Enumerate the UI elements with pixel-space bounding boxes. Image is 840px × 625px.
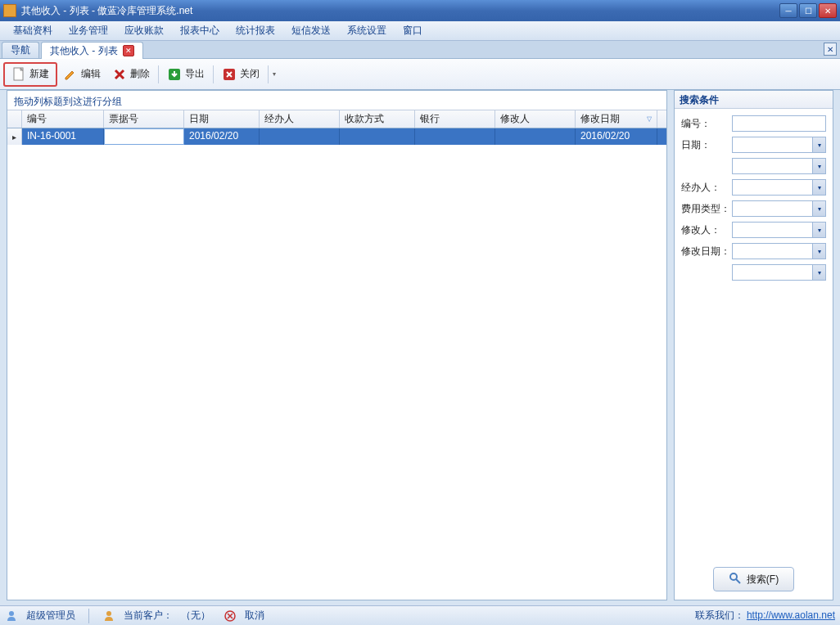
delete-button[interactable]: 删除 (106, 62, 156, 87)
col-header-date[interactable]: 日期 (184, 110, 260, 128)
new-button[interactable]: 新建 (3, 62, 57, 87)
table-row[interactable]: ▸ IN-16-0001 2016/02/20 2016/02/20 (7, 128, 666, 145)
search-panel-title: 搜索条件 (675, 91, 833, 109)
toolbar-separator (213, 65, 214, 83)
search-mod-date-label: 修改日期： (681, 245, 732, 259)
cell-number[interactable]: IN-16-0001 (22, 128, 104, 145)
svg-point-5 (9, 611, 14, 616)
dropdown-icon[interactable]: ▾ (812, 223, 825, 237)
cell-ticket-editing[interactable] (104, 128, 184, 145)
group-by-hint[interactable]: 拖动列标题到这进行分组 (7, 91, 666, 110)
export-button[interactable]: 导出 (161, 62, 210, 87)
tab-strip: 导航 其他收入 - 列表 ✕ ✕ (0, 41, 840, 59)
svg-point-3 (730, 573, 737, 580)
toolbar: 新建 编辑 删除 导出 关闭 ▾ (0, 59, 840, 90)
menu-bar: 基础资料 业务管理 应收账款 报表中心 统计报表 短信发送 系统设置 窗口 (0, 21, 840, 41)
person-icon (102, 609, 115, 623)
svg-point-6 (106, 611, 111, 616)
toolbar-overflow[interactable]: ▾ (271, 70, 278, 78)
grid-header: 编号 票据号 日期 经办人 收款方式 银行 修改人 修改日期▽ (7, 110, 666, 128)
menu-settings[interactable]: 系统设置 (339, 20, 395, 41)
col-header-ticket[interactable]: 票据号 (104, 110, 184, 128)
search-button-label: 搜索(F) (747, 573, 779, 587)
sort-desc-icon: ▽ (647, 115, 652, 123)
toolbar-separator (268, 65, 269, 83)
magnifier-icon (729, 572, 742, 587)
maximize-button[interactable]: ☐ (799, 3, 817, 18)
status-user: 超级管理员 (26, 609, 75, 623)
search-button[interactable]: 搜索(F) (713, 567, 794, 591)
close-window-button[interactable]: ✕ (819, 3, 837, 18)
col-header-paymethod[interactable]: 收款方式 (340, 110, 415, 128)
contact-link[interactable]: http://www.aolan.net (747, 609, 835, 621)
user-icon (5, 609, 18, 623)
search-number-input[interactable] (732, 115, 826, 132)
menu-basic-data[interactable]: 基础资料 (5, 20, 61, 41)
menu-receivables[interactable]: 应收账款 (116, 20, 172, 41)
export-icon (167, 67, 182, 82)
tab-label: 其他收入 - 列表 (50, 44, 118, 58)
status-client-value: （无） (181, 609, 210, 623)
cell-modifier[interactable] (495, 128, 576, 145)
close-icon (222, 67, 237, 82)
menu-business[interactable]: 业务管理 (61, 20, 116, 41)
row-indicator-header (7, 110, 22, 128)
status-bar: 超级管理员 当前客户： （无） 取消 联系我们： http://www.aola… (0, 605, 840, 625)
pencil-icon (63, 67, 78, 82)
app-icon (3, 4, 16, 17)
menu-stats[interactable]: 统计报表 (228, 20, 283, 41)
menu-sms[interactable]: 短信发送 (283, 20, 339, 41)
delete-x-icon (112, 67, 127, 82)
export-button-label: 导出 (185, 67, 205, 81)
search-handler-label: 经办人： (681, 181, 732, 195)
dropdown-icon[interactable]: ▾ (812, 180, 825, 195)
svg-line-4 (736, 579, 740, 583)
search-modifier-label: 修改人： (681, 223, 732, 237)
status-contact: 联系我们： http://www.aolan.net (695, 609, 835, 623)
menu-window[interactable]: 窗口 (395, 20, 431, 41)
dropdown-icon[interactable]: ▾ (812, 244, 825, 259)
row-indicator[interactable]: ▸ (7, 128, 22, 145)
title-bar: 其他收入 - 列表 - 傲蓝冷库管理系统.net ─ ☐ ✕ (0, 0, 840, 21)
delete-button-label: 删除 (130, 67, 150, 81)
tab-label: 导航 (11, 43, 30, 57)
window-title: 其他收入 - 列表 - 傲蓝冷库管理系统.net (21, 4, 779, 18)
col-header-bank[interactable]: 银行 (415, 110, 495, 128)
status-client-label: 当前客户： (124, 609, 173, 623)
edit-button[interactable]: 编辑 (57, 62, 106, 87)
panel-close-button[interactable]: ✕ (824, 43, 837, 56)
search-date-label: 日期： (681, 138, 732, 152)
search-panel: 搜索条件 编号： 日期： ▾ ▾ 经办人： ▾ 费用类型： ▾ 修改人： (674, 90, 833, 600)
col-header-number[interactable]: 编号 (22, 110, 104, 128)
grid-body[interactable]: ▸ IN-16-0001 2016/02/20 2016/02/20 (7, 128, 666, 600)
dropdown-icon[interactable]: ▾ (812, 137, 825, 152)
cell-pay[interactable] (340, 128, 415, 145)
cell-bank[interactable] (415, 128, 495, 145)
cell-date[interactable]: 2016/02/20 (184, 128, 260, 145)
close-button[interactable]: 关闭 (216, 62, 265, 87)
col-header-mod-date[interactable]: 修改日期▽ (576, 110, 657, 128)
new-button-label: 新建 (29, 67, 49, 81)
menu-report-center[interactable]: 报表中心 (172, 20, 228, 41)
col-header-modifier[interactable]: 修改人 (495, 110, 576, 128)
new-file-icon (11, 67, 26, 82)
data-grid-panel: 拖动列标题到这进行分组 编号 票据号 日期 经办人 收款方式 银行 修改人 修改… (7, 90, 667, 600)
close-button-label: 关闭 (240, 67, 260, 81)
edit-button-label: 编辑 (81, 67, 101, 81)
status-separator (88, 609, 89, 623)
cell-mod-date[interactable]: 2016/02/20 (576, 128, 657, 145)
cancel-icon[interactable] (224, 609, 237, 623)
col-header-handler[interactable]: 经办人 (260, 110, 340, 128)
close-tab-icon[interactable]: ✕ (123, 45, 134, 56)
search-number-label: 编号： (681, 117, 732, 131)
dropdown-icon[interactable]: ▾ (812, 201, 825, 216)
tab-nav[interactable]: 导航 (2, 42, 39, 58)
dropdown-icon[interactable]: ▾ (812, 159, 825, 173)
tab-other-income-list[interactable]: 其他收入 - 列表 ✕ (41, 42, 143, 59)
toolbar-separator (158, 65, 159, 83)
search-fee-type-label: 费用类型： (681, 202, 732, 216)
status-cancel-label[interactable]: 取消 (245, 609, 264, 623)
cell-handler[interactable] (260, 128, 340, 145)
dropdown-icon[interactable]: ▾ (812, 265, 825, 280)
minimize-button[interactable]: ─ (779, 3, 797, 18)
